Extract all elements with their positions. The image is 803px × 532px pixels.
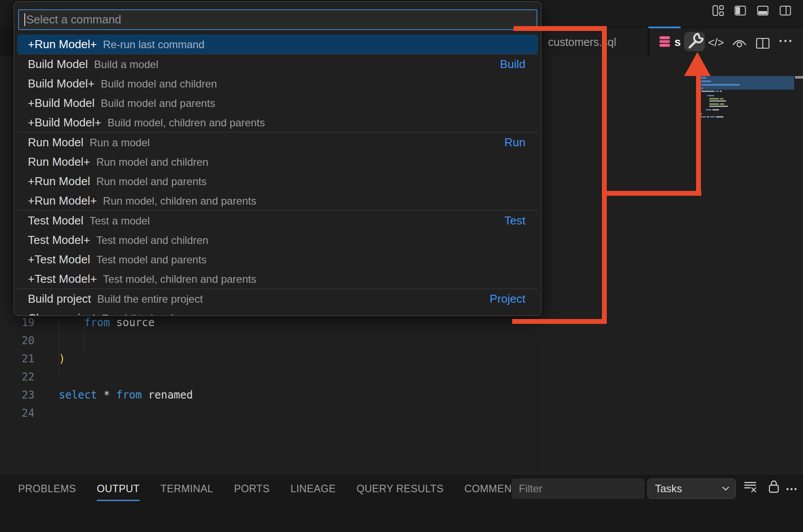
lock-icon[interactable] bbox=[768, 479, 780, 494]
tasks-dropdown[interactable]: Tasks bbox=[647, 479, 736, 499]
wrench-icon bbox=[684, 32, 705, 51]
editor-group-divider[interactable] bbox=[542, 57, 543, 474]
command-item[interactable]: Test ModelTest a modelTest bbox=[17, 211, 538, 230]
minimap-line bbox=[701, 84, 740, 86]
line-number: 21 bbox=[0, 350, 34, 368]
toggle-primary-sidebar-icon[interactable] bbox=[734, 4, 746, 17]
minimap-line bbox=[707, 95, 714, 96]
command-label: +Run Model bbox=[28, 175, 90, 188]
command-label: +Build Model bbox=[28, 96, 95, 110]
command-description: Build the entire project bbox=[97, 293, 203, 305]
command-description: Re-run last command bbox=[103, 38, 204, 50]
command-item[interactable]: Run Model+Run model and children bbox=[17, 152, 538, 171]
command-description: Run `dbt clean` bbox=[102, 312, 174, 316]
command-item[interactable]: +Run ModelRun model and parents bbox=[17, 171, 538, 191]
more-actions-icon[interactable]: ··· bbox=[779, 34, 793, 49]
minimap-line bbox=[701, 87, 703, 89]
toggle-secondary-sidebar-icon[interactable] bbox=[779, 4, 792, 17]
command-item[interactable]: Run ModelRun a modelRun bbox=[17, 133, 538, 152]
scrollbar-handle[interactable] bbox=[795, 76, 803, 79]
command-description: Test model and parents bbox=[96, 254, 206, 266]
command-label: +Run Model+ bbox=[28, 194, 97, 207]
minimap-line bbox=[709, 100, 726, 102]
minimap-line bbox=[716, 116, 723, 118]
active-tab-label: s bbox=[674, 35, 681, 49]
command-label: Build project bbox=[28, 292, 91, 305]
minimap-line bbox=[701, 80, 711, 82]
command-label: Clean project bbox=[28, 312, 95, 316]
command-label: Build Model+ bbox=[28, 77, 95, 90]
panel-tab-terminal[interactable]: TERMINAL bbox=[160, 483, 213, 495]
minimap-line bbox=[709, 106, 728, 107]
minimap-line bbox=[706, 109, 712, 110]
tab-customers-sql[interactable]: customers.sql bbox=[542, 28, 647, 57]
command-label: Run Model+ bbox=[28, 155, 90, 168]
wrench-button[interactable] bbox=[684, 32, 705, 51]
command-label: Build Model bbox=[28, 57, 88, 71]
command-item[interactable]: Build Model+Build model and children bbox=[17, 74, 538, 93]
code-icon[interactable]: </> bbox=[708, 36, 724, 49]
toggle-panel-icon[interactable] bbox=[757, 4, 769, 17]
code-line[interactable]: 19 from source bbox=[0, 314, 539, 332]
clear-output-icon[interactable] bbox=[744, 480, 757, 494]
command-description: Run a model bbox=[90, 137, 150, 148]
bottom-panel: PROBLEMSOUTPUTTERMINALPORTSLINEAGEQUERY … bbox=[0, 474, 803, 532]
command-item[interactable]: Build ModelBuild a modelBuild bbox=[17, 54, 538, 74]
command-label: +Build Model+ bbox=[28, 116, 101, 129]
command-description: Run model and parents bbox=[96, 175, 207, 187]
minimap-line bbox=[712, 109, 719, 110]
command-item[interactable]: Clean projectRun `dbt clean` bbox=[17, 308, 538, 316]
panel-tabs: PROBLEMSOUTPUTTERMINALPORTSLINEAGEQUERY … bbox=[18, 474, 525, 503]
command-label: +Test Model bbox=[28, 253, 90, 266]
code-line[interactable]: 21) bbox=[0, 350, 539, 368]
panel-tab-query-results[interactable]: QUERY RESULTS bbox=[357, 483, 444, 495]
minimap-line bbox=[720, 103, 724, 105]
tasks-dropdown-label: Tasks bbox=[655, 483, 682, 494]
panel-tab-output[interactable]: OUTPUT bbox=[97, 483, 140, 495]
command-description: Run model, children and parents bbox=[103, 195, 256, 207]
code-text: select * from renamed bbox=[34, 386, 193, 404]
panel-tab-lineage[interactable]: LINEAGE bbox=[290, 483, 336, 495]
panel-tab-problems[interactable]: PROBLEMS bbox=[18, 483, 76, 495]
command-input[interactable]: Select a command bbox=[18, 9, 537, 30]
code-line[interactable]: 24 bbox=[0, 404, 539, 422]
preview-eye-icon[interactable] bbox=[732, 37, 747, 49]
command-item[interactable]: +Test ModelTest model and parents bbox=[17, 250, 538, 269]
vscode-window: customers.sql s </> ··· 16 ---------- te… bbox=[0, 0, 803, 532]
filter-input[interactable]: Filter bbox=[512, 479, 644, 499]
command-description: Build model, children and parents bbox=[107, 117, 265, 129]
command-label: +Run Model+ bbox=[28, 38, 97, 51]
minimap-viewport[interactable] bbox=[700, 76, 794, 90]
line-number: 22 bbox=[0, 368, 34, 386]
command-item[interactable]: +Build ModelBuild model and parents bbox=[17, 93, 538, 113]
minimap-line bbox=[720, 91, 722, 92]
command-group-badge: Build bbox=[500, 54, 525, 74]
code-line[interactable]: 20 bbox=[0, 332, 539, 350]
command-item[interactable]: Test Model+Test model and children bbox=[17, 230, 538, 250]
line-number: 19 bbox=[0, 314, 34, 332]
code-line[interactable]: 23select * from renamed bbox=[0, 386, 539, 404]
command-description: Build a model bbox=[94, 58, 158, 70]
command-item[interactable]: +Test Model+Test model, children and par… bbox=[17, 269, 538, 289]
line-number: 24 bbox=[0, 404, 34, 422]
minimap-line bbox=[715, 91, 719, 92]
more-actions-icon[interactable] bbox=[785, 487, 799, 491]
minimap-line bbox=[701, 91, 715, 92]
minimap-line bbox=[709, 98, 719, 99]
command-description: Run model and children bbox=[96, 156, 209, 168]
command-item[interactable]: +Build Model+Build model, children and p… bbox=[17, 113, 538, 132]
code-line[interactable]: 22 bbox=[0, 368, 539, 386]
command-description: Build model and children bbox=[101, 78, 217, 90]
command-label: +Test Model+ bbox=[28, 272, 97, 285]
command-item[interactable]: +Run Model+Run model, children and paren… bbox=[17, 191, 538, 210]
panel-tab-ports[interactable]: PORTS bbox=[234, 483, 270, 495]
command-input-placeholder: Select a command bbox=[26, 10, 121, 29]
minimap-line bbox=[700, 116, 706, 118]
minimap-line bbox=[709, 103, 719, 105]
split-editor-icon[interactable] bbox=[756, 38, 770, 49]
command-label: Test Model bbox=[28, 214, 84, 227]
command-item[interactable]: Build projectBuild the entire projectPro… bbox=[17, 289, 538, 308]
customize-layout-icon[interactable] bbox=[712, 4, 724, 17]
command-item[interactable]: +Run Model+Re-run last command bbox=[17, 34, 538, 54]
code-text bbox=[34, 368, 59, 386]
